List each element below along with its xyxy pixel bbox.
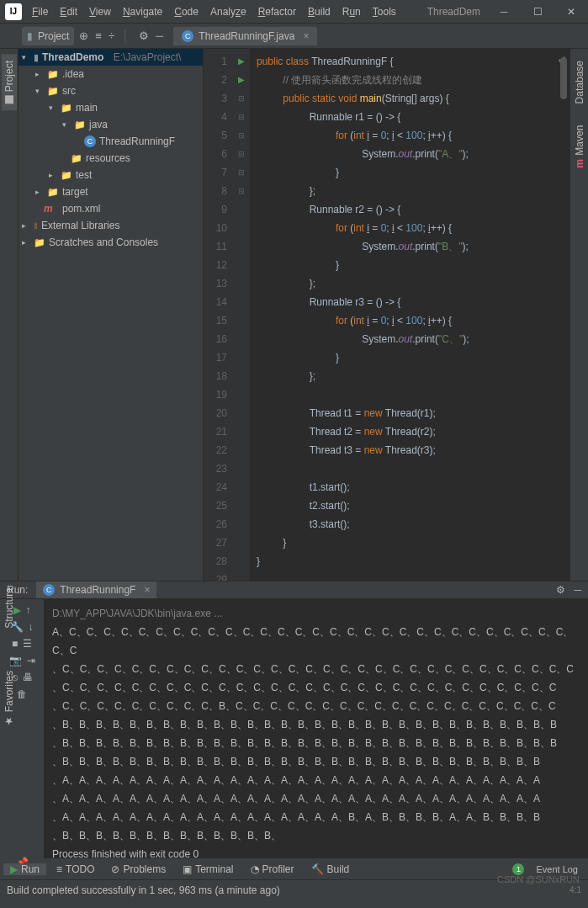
maximize-button[interactable]: ☐ xyxy=(521,0,554,24)
editor-tab[interactable]: C ThreadRunningF.java × xyxy=(173,27,317,45)
terminal-tool-tab[interactable]: ▣Terminal xyxy=(176,863,240,875)
code-area[interactable]: public class ThreadRunningF { // 使用箭头函数完… xyxy=(250,49,569,581)
expand-icon[interactable]: ≡ xyxy=(95,29,102,43)
tree-file[interactable]: CThreadRunningF xyxy=(19,133,203,150)
print-icon[interactable]: 🖶 xyxy=(23,672,33,683)
project-tree[interactable]: ▾▮ThreadDemo E:\JavaProject\ ▸📁.idea ▾📁s… xyxy=(19,49,204,581)
menu-file[interactable]: File xyxy=(27,3,53,21)
run-tool-tab[interactable]: ▶Run xyxy=(3,863,46,875)
window-title: ThreadDem xyxy=(427,6,480,18)
structure-side-tab[interactable]: Structure xyxy=(2,581,17,635)
tree-main[interactable]: ▾📁main xyxy=(19,99,203,116)
folder-icon: ▮ xyxy=(27,30,33,42)
gutter-markers[interactable]: ▶▶⊟⊟⊟⊟⊟⊟ xyxy=(232,49,250,581)
nav-toolbar: ▮ Project ⊕ ≡ ÷ ⚙ ─ C ThreadRunningF.jav… xyxy=(0,24,588,49)
scrollbar-thumb[interactable] xyxy=(560,57,567,99)
java-class-icon: C xyxy=(84,135,96,147)
menu-navigate[interactable]: Navigate xyxy=(118,3,167,21)
project-label: Project xyxy=(38,30,69,42)
tab-label: ThreadRunningF.java xyxy=(199,30,294,42)
watermark: CSDN @SUNxRUN xyxy=(497,874,580,884)
todo-tool-tab[interactable]: ≡TODO xyxy=(50,863,101,875)
database-side-tab[interactable]: Database xyxy=(572,54,587,110)
tree-ext[interactable]: ▸⫴External Libraries xyxy=(19,217,203,234)
tree-src[interactable]: ▾📁src xyxy=(19,82,203,99)
cursor-position: 4:1 xyxy=(569,885,581,895)
tree-pom[interactable]: m pom.xml xyxy=(19,200,203,217)
right-sidebar: Database mMaven xyxy=(569,49,588,581)
menu-code[interactable]: Code xyxy=(169,3,204,21)
title-bar: IJ File Edit View Navigate Code Analyze … xyxy=(0,0,588,24)
problems-tool-tab[interactable]: ⊘Problems xyxy=(104,863,172,875)
menu-analyze[interactable]: Analyze xyxy=(205,3,252,21)
menu-view[interactable]: View xyxy=(84,3,116,21)
build-tool-tab[interactable]: 🔨Build xyxy=(305,863,357,875)
down-icon[interactable]: ↓ xyxy=(29,621,34,633)
run-panel: Run: C ThreadRunningF × ⚙ ─ ▶↑ 🔧↓ ■☰ 📷⇥ … xyxy=(0,581,588,858)
menu-refactor[interactable]: Refactor xyxy=(253,3,301,21)
java-class-icon: C xyxy=(182,30,193,42)
play-icon: ▶ xyxy=(10,863,18,875)
collapse-icon[interactable]: ÷ xyxy=(109,29,114,43)
event-log-tab[interactable]: Event Log xyxy=(529,864,585,874)
tree-root[interactable]: ▾▮ThreadDemo E:\JavaProject\ xyxy=(19,49,203,66)
tree-test[interactable]: ▸📁test xyxy=(19,167,203,183)
run-config-tab[interactable]: C ThreadRunningF × xyxy=(36,581,156,598)
left-sidebar: Project xyxy=(0,49,19,581)
menu-edit[interactable]: Edit xyxy=(55,3,82,21)
minimize-button[interactable]: ─ xyxy=(487,0,521,24)
status-message: Build completed successfully in 1 sec, 9… xyxy=(7,884,280,896)
maven-side-tab[interactable]: mMaven xyxy=(572,119,587,175)
tree-java[interactable]: ▾📁java xyxy=(19,116,203,133)
project-tool-button[interactable]: ▮ Project xyxy=(22,27,74,45)
run-line-icon[interactable]: ▶ xyxy=(232,71,250,89)
gear-icon[interactable]: ⚙ xyxy=(139,29,149,43)
run-line-icon[interactable]: ▶ xyxy=(232,52,250,71)
up-icon[interactable]: ↑ xyxy=(26,604,31,616)
hide-icon[interactable]: ─ xyxy=(156,29,163,43)
tree-resources[interactable]: 📁resources xyxy=(19,150,203,167)
event-badge: 1 xyxy=(512,863,524,875)
tab-close-icon[interactable]: × xyxy=(303,30,309,42)
softwrap-icon[interactable]: ☰ xyxy=(23,638,32,650)
menu-run[interactable]: Run xyxy=(337,3,366,21)
profiler-tool-tab[interactable]: ◔Profiler xyxy=(244,863,301,875)
code-editor[interactable]: 1234567891011121314151617181920212223242… xyxy=(204,49,569,581)
menu-build[interactable]: Build xyxy=(303,3,336,21)
app-icon: IJ xyxy=(5,3,22,20)
favorites-side-tab[interactable]: ★Favorites xyxy=(2,664,17,734)
target-icon[interactable]: ⊕ xyxy=(79,29,88,43)
menu-bar: File Edit View Navigate Code Analyze Ref… xyxy=(27,3,401,21)
console-output[interactable]: D:\MY_APP\JAVA\JDK\bin\java.exe ... A、C、… xyxy=(44,599,588,868)
hide-panel-icon[interactable]: ─ xyxy=(574,584,581,596)
scroll-icon[interactable]: ⇥ xyxy=(27,655,35,666)
java-class-icon: C xyxy=(43,584,55,596)
close-icon[interactable]: × xyxy=(144,584,150,596)
project-side-tab[interactable]: Project xyxy=(2,54,17,110)
close-button[interactable]: ✕ xyxy=(554,0,588,24)
tree-idea[interactable]: ▸📁.idea xyxy=(19,66,203,82)
menu-tools[interactable]: Tools xyxy=(368,3,401,21)
tree-scratch[interactable]: ▸📁Scratches and Consoles xyxy=(19,234,203,251)
gear-icon[interactable]: ⚙ xyxy=(556,584,565,596)
line-numbers: 1234567891011121314151617181920212223242… xyxy=(204,49,232,581)
tree-target[interactable]: ▸📁target xyxy=(19,183,203,200)
